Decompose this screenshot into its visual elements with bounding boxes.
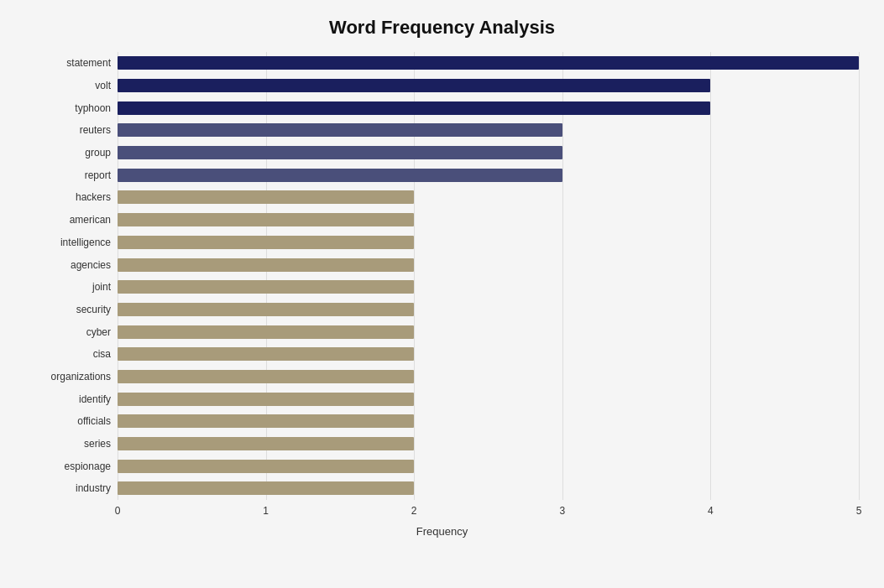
x-tick-4: 4 [708,505,714,517]
bar-agencies [118,258,414,272]
bar-joint [118,280,414,294]
bar-group [118,146,562,159]
bar-row-security [118,301,859,318]
y-label-group: group [85,148,111,158]
bar-industry [118,481,414,495]
y-label-espionage: espionage [65,461,111,471]
x-tick-0: 0 [115,505,121,517]
bar-security [118,303,414,316]
x-tick-5: 5 [856,505,862,517]
y-label-cisa: cisa [93,349,111,359]
bars-section: statementvolttyphoonreutersgroupreportha… [25,52,859,500]
bar-intelligence [118,236,414,249]
bar-identify [118,393,414,406]
bar-row-cyber [118,324,859,341]
y-label-intelligence: intelligence [60,237,111,247]
x-tick-3: 3 [559,505,565,517]
y-label-joint: joint [92,282,111,292]
x-axis-labels: 012345 [118,505,859,522]
bar-reuters [118,123,562,137]
y-label-organizations: organizations [51,372,111,382]
bar-row-report [118,167,859,184]
bar-hackers [118,190,414,204]
bar-row-joint [118,278,859,295]
y-label-reuters: reuters [80,125,111,135]
bar-american [118,213,414,226]
x-tick-2: 2 [411,505,417,517]
y-label-security: security [76,304,111,315]
bars-and-grid [118,52,859,500]
grid-line-5 [859,52,860,500]
x-axis-spacer [25,505,118,522]
y-label-statement: statement [66,58,111,68]
y-label-volt: volt [95,81,111,91]
y-label-industry: industry [76,483,111,493]
bar-row-reuters [118,122,859,138]
bar-cisa [118,347,414,361]
bar-row-statement [118,55,859,71]
bar-row-identify [118,391,859,408]
bar-row-cisa [118,346,859,362]
y-label-cyber: cyber [86,327,111,337]
bar-row-intelligence [118,234,859,251]
chart-area: statementvolttyphoonreutersgroupreportha… [25,52,859,538]
bar-row-volt [118,77,859,94]
bar-statement [118,56,859,70]
bar-officials [118,414,414,428]
bar-row-series [118,435,859,452]
bar-row-agencies [118,257,859,273]
bar-row-officials [118,413,859,429]
y-label-hackers: hackers [76,192,111,202]
y-label-identify: identify [79,394,111,404]
y-label-typhoon: typhoon [75,103,111,113]
bar-rows [118,52,859,500]
bar-row-american [118,211,859,228]
y-labels: statementvolttyphoonreutersgroupreportha… [25,52,118,500]
chart-title: Word Frequency Analysis [25,17,859,39]
x-axis-section: 012345 [25,505,859,522]
bar-typhoon [118,101,710,115]
y-label-report: report [85,170,111,180]
y-label-american: american [70,215,111,225]
bar-row-espionage [118,458,859,475]
bar-espionage [118,460,414,473]
y-label-officials: officials [77,416,111,426]
bar-row-organizations [118,368,859,385]
bar-series [118,437,414,450]
bar-row-hackers [118,189,859,206]
bar-organizations [118,370,414,383]
bar-cyber [118,325,414,339]
y-label-agencies: agencies [71,260,111,270]
x-tick-1: 1 [263,505,269,517]
bar-row-typhoon [118,100,859,117]
y-label-series: series [84,439,111,449]
bar-volt [118,79,710,92]
bar-row-group [118,144,859,161]
bar-row-industry [118,480,859,497]
x-axis-title: Frequency [25,525,859,538]
bar-report [118,169,562,182]
chart-container: Word Frequency Analysis statementvolttyp… [0,0,884,588]
